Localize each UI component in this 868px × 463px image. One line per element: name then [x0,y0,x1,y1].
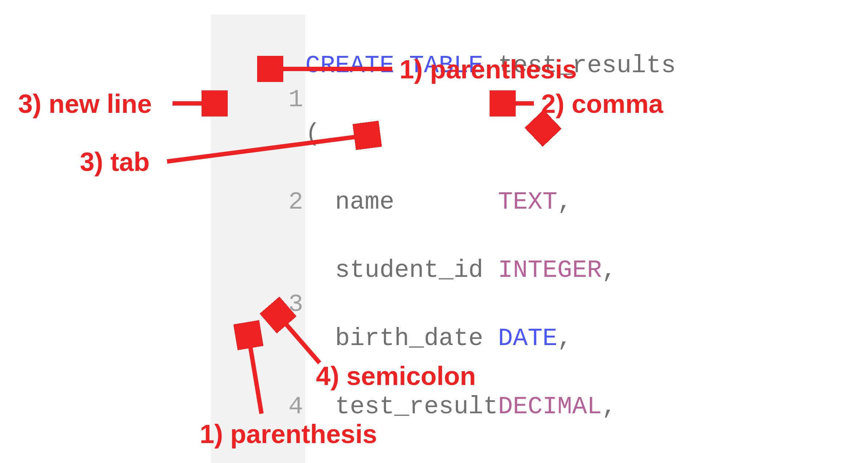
line-number: 3 [214,287,303,321]
annotation-comma: 2) comma [541,91,663,117]
type-keyword: DECIMAL [498,393,602,421]
type-keyword: TEXT [498,461,557,463]
line-number-gutter: 1 2 3 4 5 6 7 8 9 [211,15,305,463]
comma: , [557,188,572,216]
annotation-parenthesis-top: 1) parenthesis [399,56,577,82]
annotation-parenthesis-bot: 1) parenthesis [200,421,377,447]
annotation-semicolon: 4) semicolon [316,363,476,389]
column-name: grade [305,461,498,463]
column-name: student_id [305,256,498,284]
type-keyword: TEXT [498,188,557,216]
column-name: birth_date [305,324,498,352]
code-line: ( [305,117,676,151]
column-name: name [305,188,498,216]
type-keyword: INTEGER [498,256,602,284]
comma: , [557,324,572,352]
comma: , [557,461,572,463]
comma: , [602,393,617,421]
line-number: 1 [214,83,303,117]
code-line: birth_date DATE, [305,321,676,356]
code-line: student_id INTEGER, [305,253,676,287]
code-line: name TEXT, [305,185,676,219]
comma: , [602,256,617,284]
column-name: test_result [305,393,498,421]
code-line: test_resultDECIMAL, [305,390,676,424]
type-keyword: DATE [498,324,557,352]
annotation-new-line: 3) new line [18,91,152,117]
annotation-tab: 3) tab [80,149,150,175]
line-number: 4 [214,390,303,424]
open-paren: ( [305,120,320,148]
code-line: grade TEXT, [305,458,676,463]
line-number: 2 [214,185,303,219]
